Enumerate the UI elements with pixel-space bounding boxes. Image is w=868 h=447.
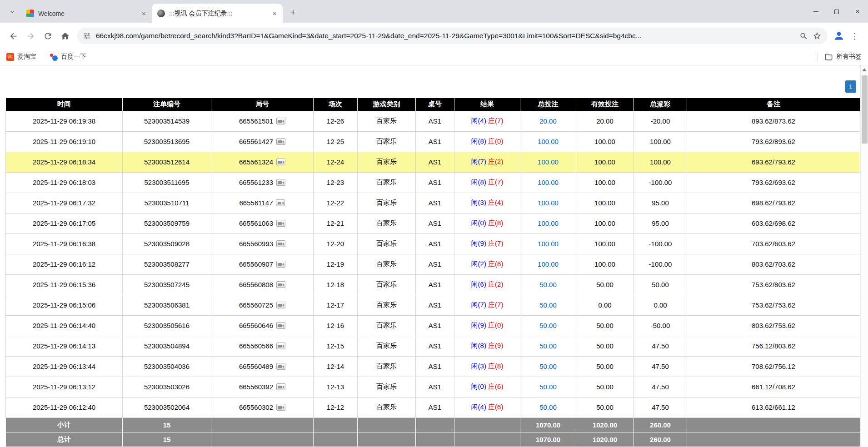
- back-button[interactable]: [5, 27, 22, 45]
- cell-total-bet: 100.00: [520, 233, 576, 254]
- scroll-thumb[interactable]: [862, 75, 868, 144]
- total-bet-link[interactable]: 50.00: [539, 403, 557, 411]
- total-bet-link[interactable]: 100.00: [538, 240, 559, 248]
- cell-payout: 100.00: [634, 152, 687, 172]
- cell-total-bet: 50.00: [520, 315, 576, 336]
- table-row: 2025-11-29 06:14:40523003505616665560646…: [6, 315, 860, 336]
- subtotal-cell: [358, 417, 416, 432]
- menu-button[interactable]: ⋮: [847, 28, 863, 44]
- scroll-up-icon[interactable]: [862, 68, 867, 71]
- cell-session: 12-17: [314, 295, 358, 315]
- bookmark-item-baidu[interactable]: 百度一下: [50, 53, 86, 61]
- minimize-button[interactable]: [805, 0, 826, 23]
- total-bet-link[interactable]: 100.00: [538, 158, 559, 166]
- back-icon: [9, 31, 18, 41]
- cell-remark: 793.62/693.62: [687, 172, 860, 193]
- cell-remark: 753.62/803.62: [687, 274, 860, 295]
- total-bet-link[interactable]: 50.00: [539, 281, 557, 288]
- home-button[interactable]: [56, 27, 74, 45]
- table-row: 2025-11-29 06:12:40523003502064665560302…: [6, 397, 860, 417]
- tab-close-icon[interactable]: ×: [140, 9, 148, 18]
- total-bet-link[interactable]: 50.00: [539, 342, 557, 350]
- tab-search-button[interactable]: [5, 5, 19, 19]
- replay-video-icon[interactable]: [276, 363, 285, 370]
- replay-video-icon[interactable]: [276, 159, 285, 165]
- replay-video-icon[interactable]: [276, 302, 285, 308]
- bookmarks-divider: [818, 52, 818, 61]
- cell-session: 12-24: [314, 152, 358, 172]
- total-bet-link[interactable]: 100.00: [538, 199, 559, 207]
- replay-video-icon[interactable]: [276, 240, 285, 247]
- cell-bet-id: 523003509028: [123, 233, 211, 254]
- cell-round: 665561063: [211, 213, 314, 233]
- total-bet-link[interactable]: 100.00: [538, 219, 559, 227]
- table-row: 2025-11-29 06:18:34523003512614665561324…: [6, 152, 860, 172]
- total-bet-link[interactable]: 50.00: [539, 322, 557, 329]
- table-row: 2025-11-29 06:18:03523003511695665561233…: [6, 172, 860, 193]
- tab-welcome[interactable]: Welcome ×: [21, 4, 152, 23]
- replay-video-icon[interactable]: [276, 199, 285, 206]
- all-bookmarks-button[interactable]: 所有书签: [824, 53, 862, 61]
- cell-valid-bet: 20.00: [576, 111, 634, 131]
- cell-total-bet: 50.00: [520, 336, 576, 356]
- cell-table-no: AS1: [416, 152, 454, 172]
- address-bar[interactable]: 66cxkj98.com/game/betrecord_search/kind3…: [77, 28, 827, 44]
- tab-betrecord[interactable]: :::视讯 会员下注纪录::: ×: [152, 4, 283, 23]
- close-button[interactable]: ×: [847, 0, 868, 23]
- cell-table-no: AS1: [416, 172, 454, 193]
- cell-bet-id: 523003502064: [123, 397, 211, 417]
- profile-button[interactable]: [831, 28, 847, 44]
- cell-table-no: AS1: [416, 397, 454, 417]
- cell-remark: 613.62/661.12: [687, 397, 860, 417]
- bookmark-star-icon[interactable]: [813, 31, 822, 40]
- site-info-icon[interactable]: [83, 32, 91, 40]
- total-bet-link[interactable]: 100.00: [538, 138, 559, 145]
- replay-video-icon[interactable]: [276, 179, 285, 186]
- replay-video-icon[interactable]: [276, 261, 285, 268]
- replay-video-icon[interactable]: [276, 404, 285, 411]
- replay-video-icon[interactable]: [276, 343, 285, 349]
- cell-remark: 698.62/793.62: [687, 193, 860, 213]
- replay-video-icon[interactable]: [276, 220, 285, 227]
- total-bet-link[interactable]: 50.00: [539, 363, 557, 370]
- total-bet-link[interactable]: 100.00: [538, 179, 559, 186]
- cell-round: 665561233: [211, 172, 314, 193]
- cell-bet-id: 523003504894: [123, 336, 211, 356]
- pagination-page-button[interactable]: 1: [845, 80, 856, 93]
- total-bet-link[interactable]: 50.00: [539, 383, 557, 391]
- folder-icon: [824, 53, 833, 61]
- cell-game-type: 百家乐: [358, 172, 416, 193]
- tab-close-icon[interactable]: ×: [270, 9, 279, 18]
- result-player: 闲(0): [471, 219, 486, 227]
- column-header-total-bet: 总投注: [520, 98, 576, 111]
- close-icon: ×: [855, 8, 860, 15]
- zoom-icon[interactable]: [799, 32, 808, 40]
- cell-game-type: 百家乐: [358, 356, 416, 377]
- cell-remark: 603.62/698.62: [687, 213, 860, 233]
- total-bet-link[interactable]: 50.00: [539, 301, 557, 309]
- reload-button[interactable]: [39, 27, 56, 45]
- result-banker: 庄(4): [488, 199, 503, 206]
- replay-video-icon[interactable]: [276, 138, 285, 145]
- total-bet-link[interactable]: 20.00: [539, 117, 557, 125]
- forward-button[interactable]: [22, 27, 39, 45]
- cell-table-no: AS1: [416, 254, 454, 274]
- replay-video-icon[interactable]: [276, 383, 285, 390]
- result-banker: 庄(9): [488, 342, 503, 349]
- result-player: 闲(9): [471, 321, 486, 329]
- scrollbar[interactable]: [860, 65, 868, 447]
- cell-valid-bet: 100.00: [576, 172, 634, 193]
- replay-video-icon[interactable]: [276, 322, 285, 329]
- replay-video-icon[interactable]: [276, 281, 285, 288]
- round-number: 665561063: [239, 219, 273, 227]
- new-tab-button[interactable]: +: [286, 5, 300, 19]
- replay-video-icon[interactable]: [276, 118, 285, 124]
- column-header-valid-bet: 有效投注: [576, 98, 634, 111]
- subtotal-row: 小计 15 1070.00 1020.00 260.00: [6, 417, 860, 432]
- total-bet-link[interactable]: 100.00: [538, 260, 559, 268]
- cell-table-no: AS1: [416, 233, 454, 254]
- bookmark-item-taobao[interactable]: 淘 爱淘宝: [6, 53, 36, 61]
- result-banker: 庄(7): [488, 117, 503, 124]
- maximize-button[interactable]: [826, 0, 847, 23]
- subtotal-cell: [454, 417, 520, 432]
